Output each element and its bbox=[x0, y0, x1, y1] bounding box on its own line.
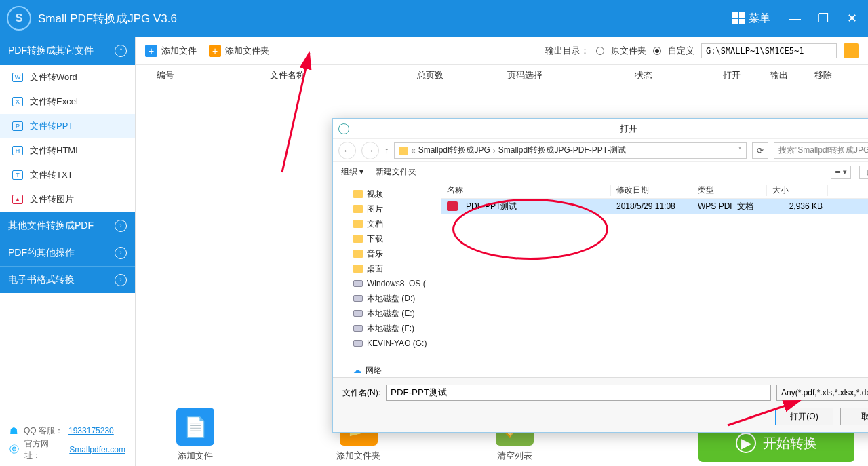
output-area: 输出目录： 原文件夹 自定义 bbox=[545, 43, 859, 58]
preview-pane-button[interactable]: ▥ bbox=[859, 166, 868, 179]
globe-icon: ⓔ bbox=[9, 444, 19, 456]
dialog-nav: ← → ↑ « Smallpdf转换成JPG › Smallpdf转换成JPG-… bbox=[333, 139, 868, 162]
dialog-body: 视频 图片 文档 下载 音乐 桌面 Windows8_OS ( 本地磁盘 (D:… bbox=[333, 182, 868, 377]
view-mode-button[interactable]: ≣ ▾ bbox=[831, 166, 851, 179]
file-size: 2,936 KB bbox=[767, 201, 828, 211]
menu-label: 菜单 bbox=[749, 12, 770, 26]
maximize-button[interactable]: ❐ bbox=[814, 11, 833, 26]
plus-icon: + bbox=[145, 45, 157, 57]
convert-label: 开始转换 bbox=[763, 434, 817, 452]
tree-item[interactable]: 本地磁盘 (D:) bbox=[333, 291, 441, 306]
search-placeholder: 搜索"Smallpdf转换成JPG-P... bbox=[778, 144, 868, 156]
organize-button[interactable]: 组织 ▾ bbox=[341, 166, 363, 178]
col-date[interactable]: 修改日期 bbox=[611, 185, 692, 196]
file-row[interactable]: PDF-PPT测试 2018/5/29 11:08 WPS PDF 文档 2,9… bbox=[441, 199, 868, 214]
site-link[interactable]: Smallpdfer.com bbox=[69, 445, 125, 454]
nav-back-button[interactable]: ← bbox=[338, 142, 356, 159]
tree-item[interactable]: 本地磁盘 (E:) bbox=[333, 306, 441, 321]
open-button[interactable]: 打开(O) bbox=[775, 408, 833, 425]
big-add-file-label: 添加文件 bbox=[178, 450, 213, 462]
add-file-button[interactable]: +添加文件 bbox=[145, 45, 197, 57]
crumb-root[interactable]: Smallpdf转换成JPG bbox=[418, 144, 490, 156]
sidebar-item-word[interactable]: W文件转Word bbox=[0, 65, 135, 90]
minimize-button[interactable]: — bbox=[785, 12, 804, 26]
sidebar-item-excel[interactable]: X文件转Excel bbox=[0, 90, 135, 114]
disk-icon bbox=[353, 310, 363, 317]
content: +添加文件 +添加文件夹 输出目录： 原文件夹 自定义 编号 文件名称 总页数 … bbox=[136, 37, 868, 466]
tree-item[interactable]: 桌面 bbox=[333, 261, 441, 276]
nav-forward-button[interactable]: → bbox=[361, 142, 379, 159]
file-list-header: 名称 修改日期 类型 大小 bbox=[441, 182, 868, 199]
add-file-label: 添加文件 bbox=[161, 45, 197, 57]
search-input[interactable]: 搜索"Smallpdf转换成JPG-P...🔍 bbox=[774, 142, 868, 159]
disk-icon bbox=[353, 295, 363, 302]
folder-icon bbox=[399, 147, 408, 155]
refresh-button[interactable]: ⟳ bbox=[752, 142, 768, 159]
col-pagesel: 页码选择 bbox=[471, 69, 579, 81]
col-pages: 总页数 bbox=[389, 69, 471, 81]
file-date: 2018/5/29 11:08 bbox=[611, 201, 692, 211]
filter-value: Any(*.pdf,*.xls,*.xlsx,*.doc,*.d bbox=[781, 388, 868, 397]
sidebar-cat-other-to-pdf[interactable]: 其他文件转换成PDF› bbox=[0, 212, 135, 239]
col-open: 打开 bbox=[708, 69, 755, 81]
cancel-button[interactable]: 取消 bbox=[840, 408, 868, 425]
chevron-right-icon: › bbox=[115, 220, 127, 232]
sidebar: PDF转换成其它文件 ˄ W文件转Word X文件转Excel P文件转PPT … bbox=[0, 37, 136, 466]
sidebar-item-html[interactable]: H文件转HTML bbox=[0, 138, 135, 163]
column-header: 编号 文件名称 总页数 页码选择 状态 打开 输出 移除 bbox=[136, 65, 868, 85]
tree-item[interactable]: 文档 bbox=[333, 216, 441, 231]
sidebar-item-label: 文件转Word bbox=[30, 71, 77, 83]
tree-item[interactable]: KEVIN-YAO (G:) bbox=[333, 336, 441, 351]
tree-item[interactable]: 本地磁盘 (F:) bbox=[333, 321, 441, 336]
dialog-toolbar: 组织 ▾ 新建文件夹 ≣ ▾ ▥ ? bbox=[333, 162, 868, 182]
image-icon: ▲ bbox=[12, 195, 23, 204]
sidebar-cat-label: 其他文件转换成PDF bbox=[8, 220, 94, 232]
sidebar-item-image[interactable]: ▲文件转图片 bbox=[0, 187, 135, 212]
menu-button[interactable]: 菜单 bbox=[727, 9, 776, 28]
big-add-file[interactable]: 📄 添加文件 bbox=[176, 408, 214, 462]
tree-item[interactable]: 视频 bbox=[333, 187, 441, 201]
file-filter-select[interactable]: Any(*.pdf,*.xls,*.xlsx,*.doc,*.d˅ bbox=[776, 385, 868, 401]
sidebar-item-txt[interactable]: T文件转TXT bbox=[0, 163, 135, 187]
chevron-down-icon[interactable]: ˅ bbox=[738, 146, 742, 155]
qq-label: QQ 客服： bbox=[24, 425, 63, 437]
folder-icon bbox=[353, 220, 363, 228]
dialog-footer: 文件名(N): Any(*.pdf,*.xls,*.xlsx,*.doc,*.d… bbox=[333, 377, 868, 432]
output-path-input[interactable] bbox=[701, 43, 837, 58]
sidebar-cat-ebook[interactable]: 电子书格式转换› bbox=[0, 266, 135, 293]
file-name: PDF-PPT测试 bbox=[460, 201, 522, 212]
radio-original[interactable] bbox=[596, 47, 604, 55]
col-status: 状态 bbox=[579, 69, 708, 81]
sidebar-item-label: 文件转Excel bbox=[30, 96, 78, 108]
filename-label: 文件名(N): bbox=[342, 387, 380, 399]
tree-item[interactable]: 下载 bbox=[333, 231, 441, 246]
col-name[interactable]: 名称 bbox=[441, 185, 611, 196]
tree-item[interactable]: 图片 bbox=[333, 201, 441, 216]
add-folder-label: 添加文件夹 bbox=[225, 45, 269, 57]
tree-item[interactable]: ☁网络 bbox=[333, 363, 441, 377]
nav-up-button[interactable]: ↑ bbox=[384, 146, 389, 155]
file-type: WPS PDF 文档 bbox=[692, 201, 767, 212]
sidebar-cat-pdf-ops[interactable]: PDF的其他操作› bbox=[0, 239, 135, 266]
add-folder-button[interactable]: +添加文件夹 bbox=[209, 45, 269, 57]
filename-input[interactable] bbox=[386, 385, 771, 401]
folder-icon bbox=[353, 205, 363, 213]
crumb-leaf[interactable]: Smallpdf转换成JPG-PDF-PPT-测试 bbox=[498, 144, 627, 156]
sidebar-item-ppt[interactable]: P文件转PPT bbox=[0, 114, 135, 138]
titlebar: S Small PDF转换成JPG V3.6 菜单 — ❐ ✕ bbox=[0, 0, 868, 37]
col-size[interactable]: 大小 bbox=[767, 185, 828, 196]
col-type[interactable]: 类型 bbox=[692, 185, 767, 196]
radio-custom[interactable] bbox=[653, 47, 661, 55]
breadcrumb[interactable]: « Smallpdf转换成JPG › Smallpdf转换成JPG-PDF-PP… bbox=[394, 142, 747, 159]
new-folder-button[interactable]: 新建文件夹 bbox=[376, 166, 416, 178]
tree-item[interactable]: Windows8_OS ( bbox=[333, 276, 441, 291]
dialog-title: 打开 bbox=[355, 123, 868, 135]
tree-item[interactable]: 音乐 bbox=[333, 246, 441, 261]
qq-link[interactable]: 1933175230 bbox=[68, 426, 114, 435]
close-button[interactable]: ✕ bbox=[842, 11, 861, 26]
disk-icon bbox=[353, 280, 363, 287]
browse-button[interactable] bbox=[844, 43, 859, 58]
radio-original-label: 原文件夹 bbox=[611, 45, 646, 57]
excel-icon: X bbox=[12, 97, 23, 106]
sidebar-header[interactable]: PDF转换成其它文件 ˄ bbox=[0, 37, 135, 65]
